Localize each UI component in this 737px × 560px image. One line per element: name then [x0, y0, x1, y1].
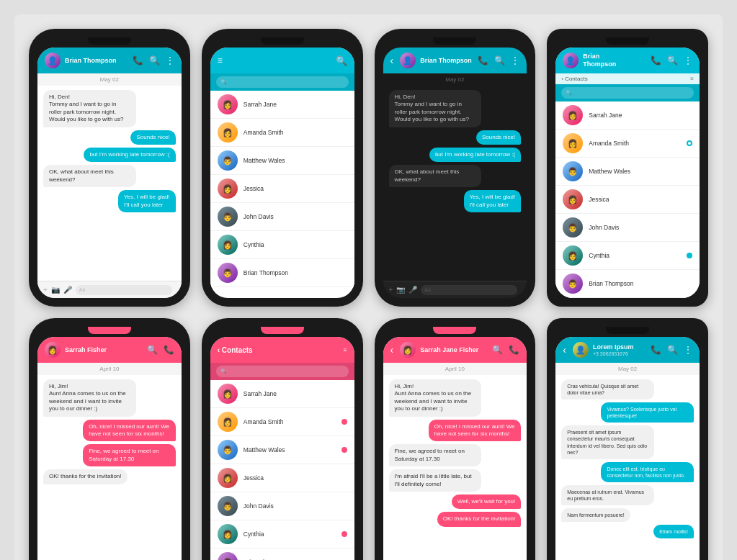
- contact-name-cynthia-2: Cynthia: [244, 241, 347, 248]
- msg-7-1: Hi, Jim!Aunt Anna comes to us on the wee…: [389, 379, 482, 417]
- contact-item-brian-2[interactable]: 👨 Brian Thompson: [210, 259, 354, 287]
- message-input-3[interactable]: Aa: [421, 285, 517, 295]
- contact-item-jessica-2[interactable]: 👩 Jessica: [210, 175, 354, 203]
- msg-8-6: Nam fermentum posuere!: [561, 508, 630, 522]
- phone-icon-5[interactable]: 📞: [164, 345, 174, 355]
- contact-item-amanda-6[interactable]: 👩 Amanda Smith: [210, 408, 354, 436]
- search-icon-5[interactable]: 🔍: [147, 345, 158, 355]
- phone-icon-7[interactable]: 📞: [509, 345, 519, 355]
- contact-item-jessica-4[interactable]: 👩 Jessica: [555, 186, 700, 214]
- contact-name-jessica-4: Jessica: [589, 196, 692, 203]
- mic-icon-1[interactable]: 🎤: [63, 286, 72, 294]
- contacts-search-icon-2[interactable]: 🔍: [336, 55, 347, 66]
- contact-avatar-cynthia-2: 👩: [218, 235, 238, 255]
- phone-icon-3[interactable]: 📞: [478, 55, 488, 66]
- contact-avatar-jessica-2: 👩: [218, 179, 238, 199]
- search-box-6[interactable]: 🔍: [216, 366, 349, 377]
- phone-icon-4[interactable]: 📞: [651, 55, 661, 66]
- contact-avatar-matthew-6: 👨: [218, 440, 238, 460]
- messages-area-8: Cras vehicula! Quisque sit amet dolor vi…: [555, 375, 700, 560]
- contact-name-cynthia-6: Cynthia: [244, 530, 336, 538]
- back-contacts-4[interactable]: ‹ Contacts: [561, 76, 587, 82]
- phone-screen-2: ≡ 🔍 🔍 👩 Sarrah Jane 👩 Amanda Smith 👨 Mat…: [210, 48, 354, 298]
- search-icon-4[interactable]: 🔍: [667, 55, 678, 66]
- search-icon-8[interactable]: 🔍: [667, 345, 678, 355]
- back-icon-8[interactable]: ‹: [563, 344, 566, 356]
- contact-name-jessica-6: Jessica: [244, 474, 347, 482]
- search-icon-1[interactable]: 🔍: [149, 55, 160, 66]
- header-icons-1[interactable]: 📞 🔍 ⋮: [133, 55, 174, 66]
- contact-avatar-jessica-4: 👩: [563, 189, 583, 209]
- contact-avatar-brian-6: 👨: [218, 552, 238, 560]
- contact-item-jessica-6[interactable]: 👩 Jessica: [210, 464, 354, 492]
- hamburger-icon-2[interactable]: ≡: [218, 55, 223, 66]
- attach-icon-1[interactable]: +: [43, 286, 48, 294]
- phone-icon-8[interactable]: 📞: [651, 345, 661, 355]
- mic-icon-3[interactable]: 🎤: [408, 286, 417, 294]
- camera-icon-3[interactable]: 📷: [396, 286, 405, 294]
- search-icon-3[interactable]: 🔍: [494, 55, 505, 66]
- phone-notch-3: [433, 37, 476, 45]
- contact-item-cynthia-2[interactable]: 👩 Cynthia: [210, 231, 354, 259]
- msg-1-3: but I'm working late tomorrow :(: [84, 148, 175, 162]
- header-contact-8: ‹ 👤 Lorem Ipsum +3 3062831676: [563, 342, 633, 358]
- contact-name-cynthia-4: Cynthia: [589, 252, 681, 259]
- contact-item-amanda-4[interactable]: 👩 Amanda Smith: [555, 130, 700, 158]
- menu-icon-3[interactable]: ⋮: [511, 55, 519, 66]
- contacts-menu-6[interactable]: ≡: [344, 347, 347, 353]
- avatar-7: 👩: [400, 342, 416, 358]
- contact-item-matthew-6[interactable]: 👨 Matthew Wales: [210, 436, 354, 464]
- search-box-4[interactable]: 🔍: [561, 87, 694, 99]
- contact-item-john-4[interactable]: 👨 John Davis: [555, 214, 700, 242]
- menu-icon-8[interactable]: ⋮: [684, 345, 692, 355]
- date-bar-1: May 02: [37, 73, 182, 86]
- search-box-2[interactable]: 🔍: [216, 76, 349, 88]
- date-bar-7: April 10: [383, 363, 527, 375]
- msg-5-1: Hi, Jim!Aunt Anna comes to us on the wee…: [43, 379, 136, 417]
- contact-item-brian-6[interactable]: 👨 Brian Thompson: [210, 548, 354, 560]
- contact-item-brian-4[interactable]: 👨 Brian Thompson: [555, 270, 700, 298]
- contact-item-amanda-2[interactable]: 👩 Amanda Smith: [210, 119, 354, 147]
- phone-notch-1: [88, 37, 131, 45]
- msg-1-2: Sounds nice!: [130, 130, 175, 145]
- contact-name-matthew-2: Matthew Wales: [244, 157, 347, 164]
- input-placeholder-1: Aa: [79, 287, 86, 292]
- contact-item-john-6[interactable]: 👨 John Davis: [210, 492, 354, 520]
- contact-item-matthew-4[interactable]: 👨 Matthew Wales: [555, 158, 700, 186]
- contact-item-sarrah-2[interactable]: 👩 Sarrah Jane: [210, 91, 354, 119]
- back-icon-7[interactable]: ‹: [390, 344, 394, 356]
- phone-2: ≡ 🔍 🔍 👩 Sarrah Jane 👩 Amanda Smith 👨 Mat…: [202, 29, 363, 307]
- contact-dot-amanda-6: [341, 419, 347, 425]
- camera-icon-1[interactable]: 📷: [51, 286, 60, 294]
- phone-notch-7: [433, 327, 476, 334]
- contact-item-sarrah-4[interactable]: 👩 Sarrah Jane: [555, 101, 700, 130]
- header-name-8: Lorem Ipsum: [593, 343, 634, 351]
- contact-item-matthew-2[interactable]: 👨 Matthew Wales: [210, 147, 354, 175]
- contact-name-amanda-2: Amanda Smith: [244, 129, 347, 136]
- search-icon-7[interactable]: 🔍: [492, 345, 503, 355]
- menu-icon-4[interactable]: ⋮: [684, 55, 692, 66]
- contact-item-cynthia-6[interactable]: 👩 Cynthia: [210, 520, 354, 548]
- header-icons-4[interactable]: 📞 🔍 ⋮: [651, 55, 692, 66]
- message-input-1[interactable]: Aa: [76, 285, 172, 295]
- bottom-icons-1[interactable]: + 📷 🎤: [43, 286, 72, 294]
- header-icons-8[interactable]: 📞 🔍 ⋮: [651, 345, 692, 355]
- contact-item-john-2[interactable]: 👨 John Davis: [210, 203, 354, 231]
- attach-icon-3[interactable]: +: [389, 286, 393, 294]
- header-icons-7[interactable]: 🔍 📞: [492, 345, 519, 355]
- input-placeholder-3: Aa: [424, 287, 431, 292]
- msg-8-4: Donec elit est, tristique eu consectetur…: [601, 462, 694, 482]
- phone-icon-1[interactable]: 📞: [133, 55, 143, 66]
- contact-item-cynthia-4[interactable]: 👩 Cynthia: [555, 242, 700, 270]
- menu-icon-1[interactable]: ⋮: [166, 55, 174, 66]
- phone-screen-5: 👩 Sarrah Fisher 🔍 📞 April 10 Hi, Jim!Aun…: [37, 337, 182, 560]
- contact-item-sarrah-6[interactable]: 👩 Sarrah Jane: [210, 380, 354, 408]
- header-icons-3[interactable]: 📞 🔍 ⋮: [478, 55, 519, 66]
- search-text-4: 🔍: [566, 90, 572, 96]
- bottom-icons-3[interactable]: + 📷 🎤: [389, 286, 418, 294]
- back-icon-3[interactable]: ‹: [390, 55, 394, 66]
- contacts-menu-4[interactable]: ≡: [690, 76, 694, 82]
- header-icons-5[interactable]: 🔍 📞: [147, 345, 174, 355]
- chat-header-1: 👤 Brian Thompson 📞 🔍 ⋮: [37, 48, 182, 73]
- contact-avatar-sarrah-4: 👩: [563, 105, 583, 125]
